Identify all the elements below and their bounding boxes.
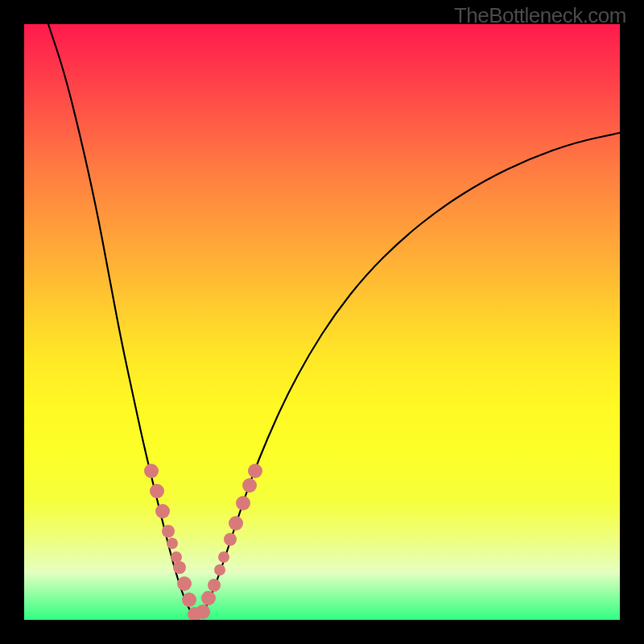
bead-marker bbox=[236, 496, 250, 510]
bead-marker bbox=[224, 533, 237, 546]
bead-marker bbox=[150, 484, 164, 498]
bead-marker bbox=[171, 551, 182, 563]
beads-group bbox=[144, 464, 262, 620]
bead-marker bbox=[248, 464, 262, 478]
bead-marker bbox=[144, 464, 159, 478]
watermark-text: TheBottleneck.com bbox=[454, 3, 626, 28]
bead-marker bbox=[167, 538, 178, 549]
bead-marker bbox=[177, 576, 192, 591]
right-curve bbox=[198, 133, 620, 620]
bead-marker bbox=[155, 504, 170, 518]
bead-marker bbox=[229, 516, 243, 530]
bead-marker bbox=[201, 591, 216, 605]
chart-svg bbox=[24, 24, 620, 620]
bead-marker bbox=[162, 525, 175, 538]
left-curve bbox=[48, 24, 198, 620]
bead-marker bbox=[242, 478, 257, 493]
bead-marker bbox=[196, 605, 210, 619]
bead-marker bbox=[173, 561, 186, 574]
bead-marker bbox=[182, 592, 196, 607]
frame: TheBottleneck.com bbox=[0, 0, 644, 644]
plot-area bbox=[24, 24, 620, 620]
bead-marker bbox=[214, 564, 225, 576]
bead-marker bbox=[218, 551, 229, 563]
bead-marker bbox=[208, 579, 221, 592]
